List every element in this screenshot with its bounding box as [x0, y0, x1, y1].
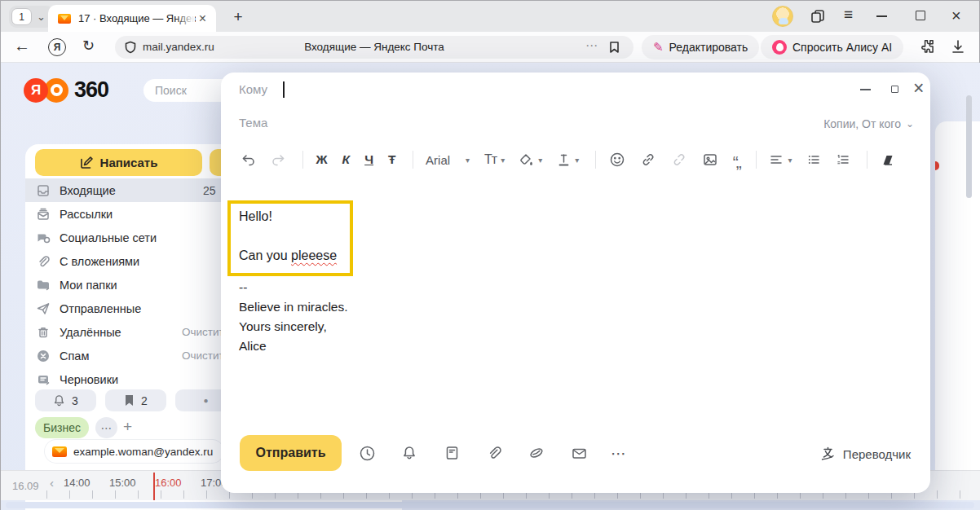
highlight-color-button[interactable]: ▾ — [519, 152, 542, 168]
signature-line: Alice — [239, 339, 267, 354]
tag-more-button[interactable]: ⋯ — [95, 417, 117, 438]
bookmarks-pill[interactable]: 2 — [105, 389, 166, 411]
numbered-list-button[interactable] — [836, 152, 850, 167]
align-button[interactable]: ▾ — [769, 152, 792, 167]
toolbar-divider — [413, 151, 413, 169]
format-toolbar: Ж К Ч Ŧ Arial▾ Tт▾ ▾ ▾ “„ ▾ — [241, 146, 911, 174]
unlink-button[interactable] — [671, 152, 687, 168]
folder-label: Отправленные — [60, 302, 141, 315]
insert-image-button[interactable] — [702, 152, 718, 168]
dropdown-icon: ▾ — [466, 156, 470, 165]
cc-from-toggle[interactable]: Копии, От кого ⌄ — [823, 117, 914, 130]
browser-tab[interactable]: 17 · Входящие — Яндек × — [48, 5, 216, 32]
to-field[interactable] — [302, 77, 832, 102]
italic-button[interactable]: К — [342, 152, 351, 167]
compose-close-button[interactable]: × — [913, 77, 924, 99]
paperclip-icon — [36, 254, 51, 269]
refresh-button[interactable]: ↻ — [82, 37, 95, 55]
translator-button[interactable]: Переводчик — [819, 446, 911, 462]
reminder-bell-icon[interactable] — [400, 444, 418, 462]
redo-button[interactable] — [271, 152, 286, 168]
compose-button[interactable]: Написать — [35, 149, 202, 176]
account-email: example.woman@yandex.ru — [73, 446, 213, 458]
window-maximize-button[interactable] — [916, 11, 925, 20]
paper-plane-icon — [36, 301, 51, 316]
link-button[interactable] — [640, 152, 656, 168]
back-button[interactable]: ← — [14, 37, 30, 55]
tab-bar: 1 ⌄ 17 · Входящие — Яндек × + ≡ × — [1, 1, 979, 32]
timeline-current-time: 16:00 — [155, 477, 182, 489]
horizontal-scrollbar[interactable] — [6, 502, 974, 508]
notifications-count: 3 — [72, 394, 78, 407]
window-close-button[interactable]: × — [951, 6, 961, 25]
tag-business[interactable]: Бизнес — [35, 417, 89, 438]
bullet-list-button[interactable] — [806, 152, 821, 167]
signature-line: Yours sincerely, — [239, 319, 327, 334]
browser-toolbar: ← Я ↻ mail.yandex.ru Входящие — Яндекс П… — [1, 32, 979, 63]
tab-panels-icon[interactable] — [810, 8, 826, 28]
account-chip[interactable]: example.woman@yandex.ru — [45, 440, 223, 463]
current-time-line — [153, 473, 155, 500]
underline-button[interactable]: Ч — [364, 152, 373, 167]
mail-envelope-icon — [52, 446, 67, 457]
folder-label: Социальные сети — [60, 231, 157, 244]
url-more-icon[interactable]: ⋯ — [585, 38, 598, 53]
more-options-icon[interactable]: ⋯ — [611, 444, 628, 463]
strikethrough-button[interactable]: Ŧ — [388, 152, 395, 167]
page-scrollbar[interactable] — [966, 95, 972, 198]
font-size-select[interactable]: Tт▾ — [484, 152, 504, 167]
tab-title-fade — [175, 5, 195, 32]
quote-button[interactable]: “„ — [733, 157, 739, 168]
ask-alice-label: Спросить Алису AI — [792, 41, 892, 54]
tab-close-icon[interactable]: × — [196, 11, 210, 27]
attach-file-icon[interactable] — [485, 444, 503, 462]
text-color-button[interactable]: ▾ — [557, 152, 579, 168]
clear-formatting-button[interactable] — [881, 152, 896, 168]
extensions-icon[interactable] — [919, 38, 936, 59]
subject-field[interactable] — [302, 112, 767, 133]
bookmark-icon[interactable] — [608, 41, 620, 57]
yandex-360-logo[interactable]: Я 360 — [24, 77, 108, 103]
emoji-button[interactable] — [609, 152, 625, 168]
template-icon[interactable] — [443, 444, 461, 462]
menu-icon[interactable]: ≡ — [844, 6, 853, 24]
envelope-icon[interactable] — [570, 444, 588, 462]
message-list-edge — [935, 121, 980, 470]
timeline-time: 15:00 — [109, 477, 136, 489]
chevron-down-icon[interactable]: ⌄ — [33, 11, 49, 22]
timeline-prev-icon[interactable]: ‹ — [50, 476, 54, 490]
compose-maximize-button[interactable] — [891, 86, 898, 93]
message-body[interactable]: Hello! Can you pleeese -- Believe in mir… — [221, 187, 930, 428]
timeline-date: 16.09 — [12, 480, 39, 492]
360-logo-text: 360 — [74, 77, 108, 103]
yandex-home-button[interactable]: Я — [48, 38, 66, 56]
folder-count: 25 — [203, 184, 216, 197]
send-button[interactable]: Отправить — [240, 435, 342, 471]
new-tab-button[interactable]: + — [227, 7, 249, 28]
inbox-icon — [36, 183, 51, 198]
dropdown-icon: ▾ — [788, 156, 792, 165]
ask-alice-button[interactable]: Спросить Алису AI — [761, 35, 903, 59]
bold-button[interactable]: Ж — [316, 152, 328, 167]
dropdown-icon: ▾ — [501, 156, 504, 165]
subject-field-label: Тема — [239, 116, 267, 130]
font-family-select[interactable]: Arial▾ — [426, 153, 470, 167]
chat-bubbles-icon — [36, 231, 51, 245]
downloads-icon[interactable] — [950, 38, 966, 58]
seal-signature-icon[interactable] — [528, 444, 545, 462]
mail-app: Я 360 Поиск Написать Входящие 25 Рассылк… — [1, 63, 980, 510]
address-bar[interactable]: mail.yandex.ru Входящие — Яндекс Почта ⋯ — [115, 36, 633, 59]
schedule-send-icon[interactable] — [358, 444, 376, 462]
toolbar-divider — [595, 151, 596, 169]
window-minimize-button[interactable] — [876, 15, 887, 17]
undo-button[interactable] — [241, 152, 256, 168]
profile-avatar[interactable] — [772, 6, 793, 27]
edit-page-label: Редактировать — [669, 41, 748, 54]
edit-page-button[interactable]: ✎ Редактировать — [642, 35, 759, 59]
notifications-pill[interactable]: 3 — [35, 389, 96, 411]
tag-add-button[interactable]: + — [123, 418, 132, 436]
to-field-label: Кому — [239, 82, 267, 96]
compose-minimize-button[interactable] — [860, 89, 871, 90]
font-family-value: Arial — [426, 153, 450, 167]
tab-counter[interactable]: 1 ⌄ — [9, 6, 54, 28]
